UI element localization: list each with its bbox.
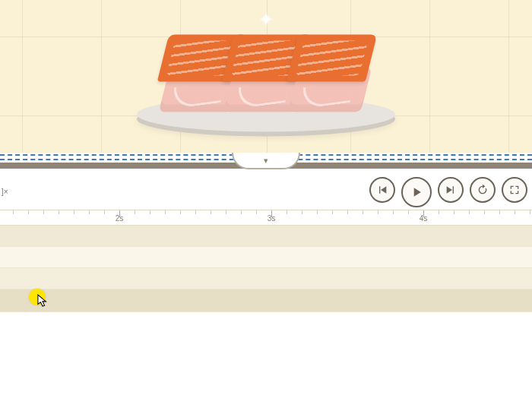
timeline-track[interactable] xyxy=(0,268,532,289)
ruler-minor-tick xyxy=(59,210,59,214)
timeline-track[interactable] xyxy=(0,289,532,312)
ruler-minor-tick xyxy=(43,210,44,214)
timeline-ruler[interactable]: 2s3s4s xyxy=(0,210,532,226)
transport-bar: ]× xyxy=(0,174,532,210)
ruler-minor-tick xyxy=(28,210,29,214)
chevron-down-icon: ▾ xyxy=(264,156,268,166)
fullscreen-button[interactable] xyxy=(502,177,527,203)
sushi-piece xyxy=(289,36,372,112)
plate-illustration xyxy=(125,5,407,134)
restart-button[interactable] xyxy=(369,177,395,203)
ruler-minor-tick xyxy=(347,210,348,214)
grid-line xyxy=(508,0,509,153)
ruler-minor-tick xyxy=(393,210,394,214)
loop-button[interactable] xyxy=(470,177,496,203)
ruler-minor-tick xyxy=(439,210,439,214)
loop-icon xyxy=(477,184,489,196)
grid-line xyxy=(429,0,430,153)
grid-line xyxy=(22,0,23,153)
ruler-minor-tick xyxy=(226,210,226,214)
expand-icon xyxy=(508,184,521,196)
ruler-minor-tick xyxy=(89,210,90,214)
ruler-minor-tick xyxy=(469,210,470,214)
grid-line xyxy=(101,0,102,153)
ruler-minor-tick xyxy=(13,210,14,214)
ruler-minor-tick xyxy=(104,210,105,214)
sushi-row xyxy=(160,36,372,112)
ruler-minor-tick xyxy=(165,210,166,214)
timeline-track[interactable] xyxy=(0,247,532,268)
ruler-tick-label: 2s xyxy=(116,214,124,223)
go-to-end-button[interactable] xyxy=(438,177,464,203)
canvas-stage[interactable]: ✦ xyxy=(0,0,532,153)
ruler-minor-tick xyxy=(499,210,500,214)
ruler-minor-tick xyxy=(484,210,485,214)
ruler-tick-label: 4s xyxy=(420,214,428,223)
ruler-tick-label: 3s xyxy=(268,214,276,223)
ruler-minor-tick xyxy=(515,210,515,214)
cursor-highlight xyxy=(29,289,46,305)
ruler-minor-tick xyxy=(241,210,242,214)
transport-buttons xyxy=(369,177,527,207)
skip-back-icon xyxy=(376,184,388,196)
play-icon xyxy=(409,185,424,200)
ruler-minor-tick xyxy=(408,210,409,214)
ruler-minor-tick xyxy=(530,210,530,214)
timeline-tracks xyxy=(0,226,532,312)
ruler-minor-tick xyxy=(378,210,378,214)
ruler-minor-tick xyxy=(195,210,196,214)
ruler-minor-tick xyxy=(135,210,135,214)
ruler-minor-tick xyxy=(150,210,150,214)
panel-separator[interactable]: ▾ xyxy=(0,153,532,174)
ruler-minor-tick xyxy=(256,210,257,214)
ruler-minor-tick xyxy=(454,210,454,214)
play-button[interactable] xyxy=(401,177,432,207)
ruler-minor-tick xyxy=(211,210,211,214)
ruler-minor-tick xyxy=(332,210,333,214)
ruler-minor-tick xyxy=(317,210,318,214)
ruler-minor-tick xyxy=(363,210,363,214)
ruler-minor-tick xyxy=(180,210,181,214)
timeline-track[interactable] xyxy=(0,226,532,247)
panel-drag-handle[interactable]: ▾ xyxy=(232,153,300,169)
ruler-minor-tick xyxy=(287,210,287,214)
ruler-minor-tick xyxy=(302,210,302,214)
canvas-object-sushi-plate[interactable] xyxy=(125,5,407,134)
ruler-minor-tick xyxy=(74,210,74,214)
timeline-scale-indicator: ]× xyxy=(0,188,8,196)
empty-area xyxy=(0,312,532,395)
skip-forward-icon xyxy=(445,184,457,196)
